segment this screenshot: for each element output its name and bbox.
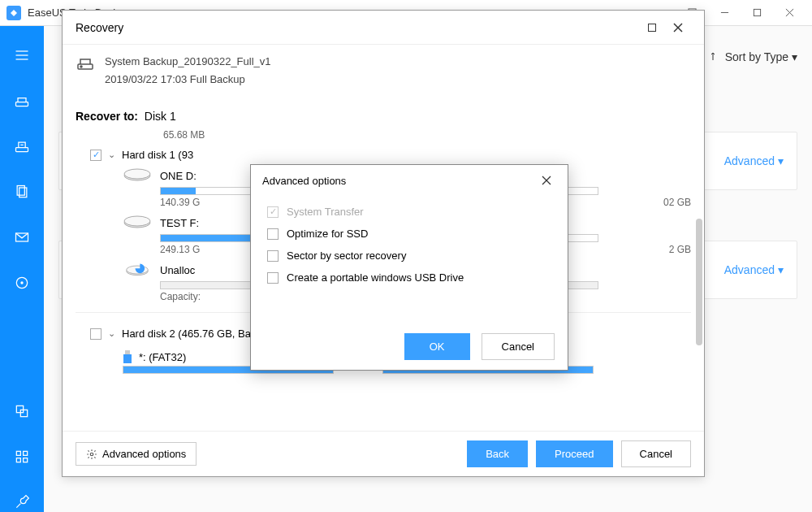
svg-rect-20 <box>16 458 20 462</box>
disk-backup-icon[interactable] <box>12 91 32 111</box>
partition-size-right: 02 GB <box>663 197 691 208</box>
backup-image-icon <box>76 53 95 72</box>
svg-rect-9 <box>16 148 28 152</box>
mail-backup-icon[interactable] <box>12 228 32 247</box>
svg-rect-17 <box>20 410 27 416</box>
window-minimize-icon[interactable] <box>708 0 741 26</box>
partition-name: *: (FAT32) <box>139 351 186 363</box>
svg-rect-18 <box>16 451 20 455</box>
disk1-label: Hard disk 1 (93 <box>122 149 193 161</box>
checkbox-system-transfer <box>267 206 279 218</box>
svg-rect-11 <box>17 186 24 196</box>
option-sector-by-sector[interactable]: Sector by sector recovery <box>267 245 551 267</box>
recover-to-row: Recover to: Disk 1 <box>76 103 691 129</box>
cancel-button[interactable]: Cancel <box>621 440 691 467</box>
backup-name: System Backup_20190322_Full_v1 <box>105 53 271 71</box>
partition-size: 140.39 G <box>160 197 200 208</box>
backup-time: 2019/03/22 17:03 Full Backup <box>105 71 271 89</box>
disk1-checkbox[interactable] <box>90 150 102 161</box>
svg-point-32 <box>124 169 150 179</box>
modal-ok-button[interactable]: OK <box>404 333 470 360</box>
chevron-down-icon: ▾ <box>778 263 784 276</box>
svg-point-34 <box>124 216 150 226</box>
tools-wrench-icon[interactable] <box>12 492 32 512</box>
advanced-button-1[interactable]: Advanced▾ <box>724 154 784 167</box>
partition-name: Unalloc <box>160 264 195 276</box>
svg-point-41 <box>90 453 93 456</box>
recovery-title: Recovery <box>76 21 639 34</box>
sort-by-type[interactable]: Sort by Type ▾ <box>710 50 797 63</box>
gear-icon <box>86 449 97 460</box>
modal-close-icon[interactable] <box>537 171 556 190</box>
svg-rect-37 <box>125 350 130 354</box>
scrollbar-thumb[interactable] <box>696 219 702 345</box>
smart-backup-icon[interactable] <box>12 273 32 293</box>
svg-rect-8 <box>16 102 28 106</box>
svg-rect-2 <box>754 9 760 15</box>
svg-rect-19 <box>24 451 28 455</box>
svg-point-30 <box>80 66 82 67</box>
window-maximize-icon[interactable] <box>741 0 773 26</box>
chevron-down-icon[interactable]: ⌄ <box>108 150 115 160</box>
checkbox-portable-usb[interactable] <box>267 272 279 284</box>
proceed-button[interactable]: Proceed <box>536 440 612 467</box>
modal-cancel-button[interactable]: Cancel <box>482 333 555 360</box>
advanced-options-modal: Advanced options System Transfer Optimiz… <box>250 164 568 371</box>
partition-name: ONE D: <box>160 170 197 182</box>
sidebar <box>0 26 44 512</box>
partition-name: TEST F: <box>160 217 199 229</box>
back-button[interactable]: Back <box>467 440 528 467</box>
file-backup-icon[interactable] <box>12 182 32 202</box>
chevron-down-icon[interactable]: ⌄ <box>108 328 115 339</box>
hdd-icon <box>123 215 152 231</box>
chevron-down-icon: ▾ <box>792 50 797 63</box>
svg-rect-38 <box>123 354 132 363</box>
partition-size: 249.13 G <box>160 244 200 255</box>
clone-icon[interactable] <box>12 401 32 421</box>
sort-label: Sort by Type <box>725 50 788 63</box>
disk2-checkbox[interactable] <box>90 328 102 340</box>
hdd-icon <box>123 167 152 184</box>
svg-rect-26 <box>649 24 656 31</box>
menu-icon[interactable] <box>12 46 32 65</box>
chevron-down-icon: ▾ <box>778 154 784 167</box>
partition-size-right: 2 GB <box>669 244 691 255</box>
checkbox-optimize-ssd[interactable] <box>267 228 279 240</box>
svg-rect-12 <box>19 188 27 197</box>
option-optimize-ssd[interactable]: Optimize for SSD <box>267 223 551 245</box>
recover-to-target: Disk 1 <box>145 110 176 123</box>
checkbox-sector-by-sector[interactable] <box>267 250 279 262</box>
disk1-row[interactable]: ⌄ Hard disk 1 (93 <box>76 141 691 164</box>
advanced-options-button[interactable]: Advanced options <box>76 442 197 466</box>
system-backup-icon[interactable] <box>12 137 32 156</box>
app-logo <box>6 6 21 20</box>
option-system-transfer: System Transfer <box>267 201 551 223</box>
recovery-close-icon[interactable] <box>665 15 691 41</box>
window-close-icon[interactable] <box>773 0 806 26</box>
hdd-pie-icon <box>123 262 152 278</box>
tools-grid-icon[interactable] <box>12 447 32 466</box>
svg-rect-16 <box>16 406 23 412</box>
recovery-maximize-icon[interactable] <box>639 15 665 41</box>
svg-rect-21 <box>24 458 28 462</box>
modal-title: Advanced options <box>262 175 537 187</box>
size-line: 65.68 MB <box>76 129 691 141</box>
option-portable-usb[interactable]: Create a portable windows USB Drive <box>267 267 551 289</box>
advanced-button-2[interactable]: Advanced▾ <box>724 263 784 276</box>
svg-point-15 <box>20 281 23 284</box>
partition-capacity-label: Capacity: <box>160 291 201 302</box>
usb-icon <box>123 349 132 364</box>
